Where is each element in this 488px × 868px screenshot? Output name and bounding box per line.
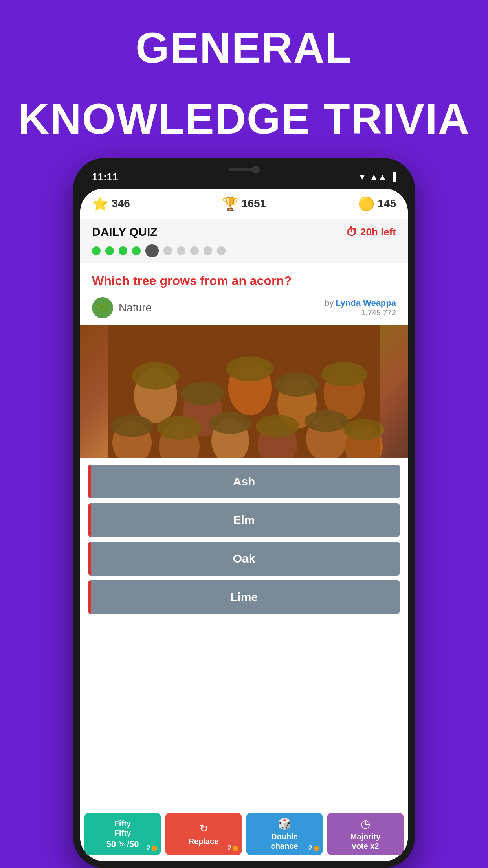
coin-icon: 🟡: [358, 196, 374, 211]
page-title-line2: KNOWLEDGE TRIVIA: [18, 95, 470, 142]
daily-quiz-header: DAILY QUIZ ⏱ 20h left: [92, 225, 396, 239]
daily-quiz-title: DAILY QUIZ: [92, 225, 158, 239]
stars-count: 346: [112, 197, 130, 210]
coins-stat: 🟡 145: [358, 196, 396, 211]
trophy-count: 1651: [242, 197, 266, 210]
fifty-icon: 50 % /50: [106, 839, 139, 850]
dot-6: [163, 246, 172, 255]
powerup-majority-vote[interactable]: ◷ Majorityvote x2: [327, 813, 404, 855]
majority-label: Majorityvote x2: [350, 832, 381, 851]
wifi-icon: ▼: [358, 172, 367, 182]
phone-screen: ⭐ 346 🏆 1651 🟡 145 DAILY QUIZ ⏱ 20h left: [80, 189, 408, 861]
time-left-text: 20h left: [360, 226, 396, 238]
author-name: Lynda Weappa: [336, 298, 396, 308]
powerup-fifty-fifty[interactable]: FiftyFifty 50 % /50 2: [84, 813, 161, 855]
majority-icon: ◷: [361, 817, 370, 830]
answer-elm[interactable]: Elm: [88, 503, 400, 537]
answer-lime-text: Lime: [96, 590, 392, 604]
powerup-replace[interactable]: ↻ Replace 2: [165, 813, 242, 855]
trophy-stat: 🏆 1651: [222, 196, 266, 211]
dot-8: [190, 246, 199, 255]
double-icon: 🎲: [278, 817, 292, 830]
phone-camera: [252, 166, 259, 173]
content-area: Which tree grows from an acorn? 🌿 Nature…: [80, 263, 408, 807]
coins-count: 145: [378, 197, 396, 210]
replace-label: Replace: [189, 837, 219, 846]
dot-3: [119, 246, 127, 255]
author-by: by: [325, 298, 334, 308]
trophy-icon: 🏆: [222, 196, 238, 211]
powerup-double-chance[interactable]: 🎲 Doublechance 2: [246, 813, 323, 855]
fifty-label: FiftyFifty: [114, 819, 131, 838]
category-name: Nature: [119, 302, 152, 314]
double-cost: 2: [308, 844, 319, 852]
author-info: by Lynda Weappa 1,745,772: [325, 298, 396, 317]
svg-rect-23: [108, 325, 380, 458]
timer-icon: ⏱: [346, 226, 357, 239]
question-image: [80, 325, 408, 458]
answers-container: Ash Elm Oak Lime: [80, 458, 408, 807]
dot-5: [145, 244, 159, 257]
category-left: 🌿 Nature: [92, 297, 152, 318]
phone-mockup: 11:11 ▼ ▲▲ ▐ ⭐ 346 🏆 1651 🟡 145: [73, 158, 415, 868]
stars-stat: ⭐ 346: [92, 196, 130, 211]
dot-1: [92, 246, 101, 255]
answer-lime[interactable]: Lime: [88, 580, 400, 614]
dot-9: [204, 246, 212, 255]
top-bar: ⭐ 346 🏆 1651 🟡 145: [80, 189, 408, 219]
dot-7: [177, 246, 185, 255]
replace-cost: 2: [227, 844, 238, 852]
answer-elm-text: Elm: [96, 513, 392, 527]
page-title-line1: GENERAL: [136, 24, 352, 71]
answer-oak[interactable]: Oak: [88, 542, 400, 576]
progress-dots: [92, 244, 396, 257]
double-label: Doublechance: [271, 832, 298, 851]
question-text: Which tree grows from an acorn?: [80, 263, 408, 294]
status-icons: ▼ ▲▲ ▐: [358, 172, 396, 182]
answer-ash-text: Ash: [96, 475, 392, 488]
dot-2: [105, 246, 114, 255]
daily-quiz-bar: DAILY QUIZ ⏱ 20h left: [80, 219, 408, 263]
time-left-container: ⏱ 20h left: [346, 226, 396, 239]
powerups-bar: FiftyFifty 50 % /50 2 ↻ Replace 2: [80, 807, 408, 861]
answer-ash[interactable]: Ash: [88, 465, 400, 498]
replace-icon: ↻: [199, 822, 208, 835]
category-row: 🌿 Nature by Lynda Weappa 1,745,772: [80, 294, 408, 325]
fifty-cost: 2: [147, 844, 157, 852]
star-icon: ⭐: [92, 196, 108, 211]
dot-4: [132, 246, 141, 255]
signal-icon: ▲▲: [370, 172, 387, 182]
dot-10: [217, 246, 226, 255]
answer-oak-text: Oak: [96, 552, 392, 565]
category-icon: 🌿: [92, 297, 113, 318]
author-count: 1,745,772: [325, 308, 396, 317]
battery-icon: ▐: [390, 172, 396, 182]
status-time: 11:11: [92, 171, 118, 183]
